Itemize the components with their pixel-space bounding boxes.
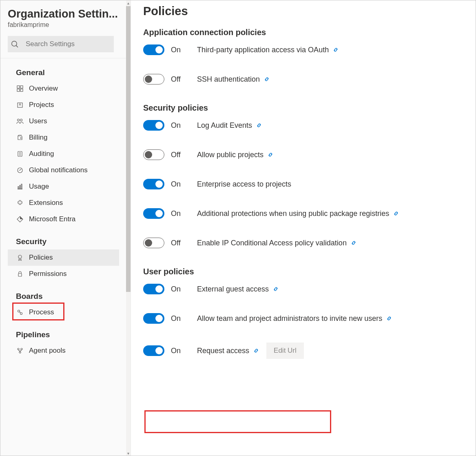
svg-point-11 (20, 138, 21, 138)
sidebar-item-billing[interactable]: Billing (8, 129, 119, 146)
sidebar-item-agent-pools[interactable]: Agent pools (8, 343, 119, 359)
org-settings-title: Organization Settin... (8, 8, 122, 20)
scrollbar-up-arrow-icon[interactable]: ▴ (126, 0, 131, 5)
sidebar-item-label: Policies (29, 254, 53, 262)
svg-point-21 (18, 255, 22, 258)
section-heading: Application connection policies (143, 28, 463, 37)
svg-rect-4 (17, 89, 20, 91)
usage-icon (16, 182, 24, 191)
entra-icon (16, 215, 24, 223)
toggle-allow-public-projects[interactable] (143, 149, 164, 160)
sidebar-item-label: Global notifications (29, 166, 88, 174)
search-icon (13, 40, 21, 48)
toggle-request-access[interactable] (143, 345, 164, 356)
toggle-state-label: On (171, 314, 195, 323)
search-input[interactable] (26, 40, 109, 48)
policy-row: OnAdditional protections when using publ… (143, 208, 463, 219)
sidebar-item-overview[interactable]: Overview (8, 80, 119, 97)
toggle-state-label: On (171, 180, 195, 189)
link-icon[interactable] (333, 47, 339, 53)
toggle-allow-team-and-project-administrators-to-invite-new-users[interactable] (143, 313, 164, 324)
toggle-state-label: On (171, 46, 195, 54)
policy-row: OnAllow team and project administrators … (143, 313, 463, 324)
toggle-log-audit-events[interactable] (143, 120, 164, 131)
svg-line-25 (20, 312, 20, 313)
sidebar-divider (0, 58, 126, 58)
link-icon[interactable] (393, 211, 399, 216)
notifications-icon (16, 166, 24, 174)
extensions-icon (16, 199, 24, 207)
toggle-state-label: On (171, 285, 195, 294)
toggle-enable-ip-conditional-access-policy-validation[interactable] (143, 238, 164, 248)
permissions-icon (16, 270, 24, 278)
link-icon[interactable] (253, 348, 259, 354)
sidebar: ▴ ▾ Organization Settin... fabrikamprime… (0, 0, 131, 456)
billing-icon (16, 133, 24, 142)
policy-label: SSH authentication (197, 75, 260, 84)
toggle-state-label: Off (171, 239, 195, 247)
link-icon[interactable] (268, 152, 273, 158)
svg-point-26 (18, 348, 19, 350)
policy-row: OnLog Audit Events (143, 120, 463, 131)
svg-point-10 (20, 119, 22, 121)
section-heading: Security policies (143, 103, 463, 113)
policy-label: External guest access (197, 285, 269, 294)
toggle-state-label: On (171, 121, 195, 130)
link-icon[interactable] (351, 240, 356, 246)
sidebar-item-label: Process (29, 308, 54, 316)
svg-point-28 (19, 351, 21, 353)
policy-label: Request access (197, 347, 249, 355)
sidebar-item-label: Auditing (29, 150, 54, 158)
page-title: Policies (143, 4, 463, 18)
search-settings-box[interactable] (8, 36, 114, 52)
policy-row: OffEnable IP Conditional Access policy v… (143, 238, 463, 248)
svg-line-30 (20, 350, 22, 351)
toggle-external-guest-access[interactable] (143, 284, 164, 294)
sidebar-item-label: Billing (29, 133, 47, 142)
svg-rect-2 (17, 86, 20, 88)
link-icon[interactable] (264, 76, 270, 82)
sidebar-group-heading: General (16, 68, 119, 77)
svg-rect-3 (20, 86, 23, 88)
link-icon[interactable] (256, 122, 262, 128)
sidebar-item-usage[interactable]: Usage (8, 178, 119, 195)
scrollbar-thumb[interactable] (126, 6, 131, 292)
main-content: Policies Application connection policies… (131, 0, 476, 456)
policy-row: OnThird-party application access via OAu… (143, 44, 463, 55)
svg-rect-5 (20, 89, 23, 91)
svg-line-29 (18, 350, 20, 351)
sidebar-item-extensions[interactable]: Extensions (8, 195, 119, 211)
svg-point-27 (21, 348, 22, 350)
sidebar-item-global-notifications[interactable]: Global notifications (8, 162, 119, 178)
toggle-third-party-application-access-via-oauth[interactable] (143, 44, 164, 55)
sidebar-scrollbar[interactable]: ▴ ▾ (126, 0, 131, 456)
sidebar-item-label: Extensions (29, 199, 63, 207)
sidebar-item-permissions[interactable]: Permissions (8, 266, 119, 282)
sidebar-item-microsoft-entra[interactable]: Microsoft Entra (8, 211, 119, 227)
overview-icon (16, 85, 24, 93)
org-name: fabrikamprime (8, 21, 119, 29)
sidebar-item-projects[interactable]: Projects (8, 97, 119, 113)
link-icon[interactable] (386, 316, 392, 321)
scrollbar-down-arrow-icon[interactable]: ▾ (126, 451, 131, 456)
sidebar-group-heading: Pipelines (16, 330, 119, 339)
toggle-state-label: Off (171, 75, 195, 84)
toggle-enterprise-access-to-projects[interactable] (143, 179, 164, 189)
toggle-state-label: Off (171, 151, 195, 159)
toggle-additional-protections-when-using-public-package-registries[interactable] (143, 208, 164, 219)
sidebar-item-label: Users (29, 117, 47, 125)
sidebar-item-policies[interactable]: Policies (8, 249, 119, 266)
sidebar-item-process[interactable]: Process (8, 304, 119, 320)
section-heading: User policies (143, 267, 463, 276)
edit-url-button[interactable]: Edit Url (266, 343, 304, 359)
sidebar-item-users[interactable]: Users (8, 113, 119, 129)
svg-point-23 (18, 310, 20, 312)
link-icon[interactable] (273, 286, 279, 292)
sidebar-item-auditing[interactable]: Auditing (8, 146, 119, 162)
toggle-ssh-authentication[interactable] (143, 74, 164, 85)
svg-rect-19 (20, 185, 20, 189)
policy-label: Allow team and project administrators to… (197, 314, 382, 323)
sidebar-item-label: Microsoft Entra (29, 215, 75, 223)
policy-label: Enterprise access to projects (197, 180, 291, 189)
policy-label: Allow public projects (197, 151, 263, 159)
